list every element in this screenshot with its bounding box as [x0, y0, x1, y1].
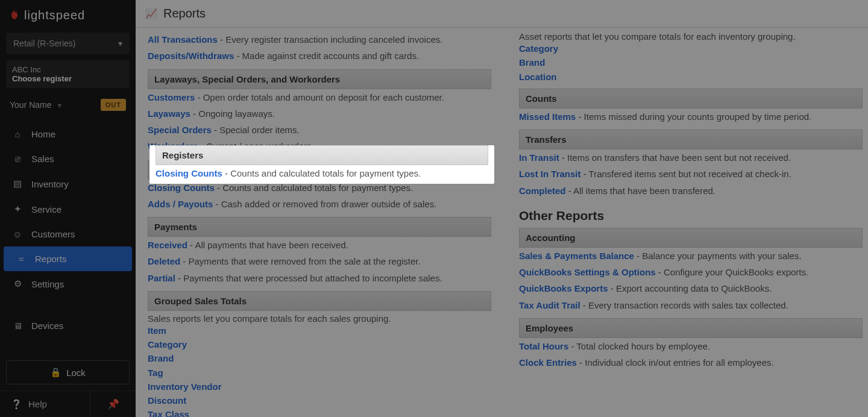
section-accounting: Accounting [519, 228, 863, 248]
page-header: 📈 Reports [136, 0, 868, 28]
entry-desc: - Payments that were removed from the sa… [180, 256, 421, 266]
report-entry: Closing Counts - Counts and calculated t… [156, 165, 488, 181]
product-selector[interactable]: Retail (R-Series) ▾ [6, 33, 130, 54]
nav-service[interactable]: ✦Service [0, 196, 136, 222]
link-location[interactable]: Location [519, 70, 863, 84]
entry-desc: - Counts and calculated totals for payme… [222, 168, 421, 178]
user-row[interactable]: Your Name ▼ OUT [0, 92, 136, 118]
link-special-orders[interactable]: Special Orders [148, 125, 212, 135]
grouped-intro: Sales reports let you compare totals for… [148, 311, 491, 324]
link-missed-items[interactable]: Missed Items [519, 111, 576, 122]
link-quickbooks-settings-options[interactable]: QuickBooks Settings & Options [519, 267, 656, 277]
nav-devices[interactable]: 🖥Devices [0, 313, 136, 338]
report-entry: Clock Entries - Individual clock in/out … [519, 354, 863, 371]
section-counts: Counts [519, 89, 863, 108]
link-inventory-vendor[interactable]: Inventory Vendor [148, 380, 491, 393]
highlight-registers: Registers Closing Counts - Counts and ca… [149, 145, 494, 184]
report-entry: Adds / Payouts - Cash added or removed f… [148, 196, 491, 212]
nav-home[interactable]: ⌂Home [0, 122, 136, 146]
assets-links: CategoryBrandLocation [519, 42, 863, 84]
link-partial[interactable]: Partial [148, 273, 175, 283]
entry-desc: - Items on transfers that have been sent… [559, 152, 791, 163]
link-tax-audit-trail[interactable]: Tax Audit Trail [519, 300, 580, 310]
report-entry: Layaways - Ongoing layaways. [148, 105, 491, 122]
link-closing-counts[interactable]: Closing Counts [148, 183, 215, 193]
inventory-icon: ▤ [12, 178, 23, 189]
help-label: Help [28, 399, 47, 409]
link-received[interactable]: Received [148, 240, 187, 250]
report-entry: Deposits/Withdraws - Made against credit… [148, 48, 491, 64]
report-entry: Deleted - Payments that were removed fro… [148, 253, 491, 269]
entry-desc: - Individual clock in/out entries for al… [577, 357, 774, 368]
company-name: ABC Inc [12, 65, 124, 74]
entry-desc: - All items that have been transfered. [566, 186, 715, 196]
settings-icon: ⚙ [12, 278, 23, 289]
link-layaways[interactable]: Layaways [148, 108, 190, 119]
nav-customers[interactable]: ☺Customers [0, 222, 136, 246]
report-entry: Lost In Transit - Transfered items sent … [519, 166, 863, 182]
nav-label: Reports [35, 254, 67, 264]
link-deposits-withdraws[interactable]: Deposits/Withdraws [148, 51, 234, 61]
reports-icon: ≈ [16, 254, 27, 264]
clock-status-badge[interactable]: OUT [101, 99, 126, 111]
pin-button[interactable]: 📌 [90, 391, 136, 417]
link-brand[interactable]: Brand [148, 351, 491, 365]
pin-icon: 📌 [107, 398, 119, 410]
link-adds-payouts[interactable]: Adds / Payouts [148, 199, 213, 209]
help-icon: ❔ [11, 399, 22, 410]
lock-button[interactable]: 🔒 Lock [6, 360, 130, 384]
nav-settings[interactable]: ⚙Settings [0, 271, 136, 296]
company-box[interactable]: ABC Inc Choose register [6, 60, 130, 88]
nav-inventory[interactable]: ▤Inventory [0, 171, 136, 196]
link-category[interactable]: Category [519, 42, 863, 55]
link-sales-payments-balance[interactable]: Sales & Payments Balance [519, 251, 634, 261]
reports-icon: 📈 [145, 8, 157, 19]
link-deleted[interactable]: Deleted [148, 256, 180, 266]
report-entry: QuickBooks Exports - Export accounting d… [519, 280, 863, 296]
entry-desc: - Every register transaction including c… [218, 34, 443, 45]
link-completed[interactable]: Completed [519, 186, 566, 196]
report-entry: Partial - Payments that were processed b… [148, 270, 491, 286]
report-entry: Received - All payments that have been r… [148, 237, 491, 253]
link-closing-counts[interactable]: Closing Counts [156, 168, 222, 178]
entry-desc: - Total clocked hours by employee. [568, 341, 710, 351]
link-category[interactable]: Category [148, 337, 491, 351]
nav-label: Customers [31, 229, 75, 239]
link-all-transactions[interactable]: All Transactions [148, 34, 218, 45]
main: 📈 Reports All Transactions - Every regis… [136, 0, 868, 417]
link-lost-in-transit[interactable]: Lost In Transit [519, 169, 581, 179]
assets-intro: Asset reports that let you compare total… [519, 31, 863, 42]
help-row: ❔ Help 📌 [0, 390, 136, 417]
link-quickbooks-exports[interactable]: QuickBooks Exports [519, 283, 608, 293]
link-discount[interactable]: Discount [148, 393, 491, 407]
report-entry: Missed Items - Items missed during your … [519, 108, 863, 125]
link-total-hours[interactable]: Total Hours [519, 341, 568, 351]
section-transfers: Transfers [519, 130, 863, 149]
nav-reports[interactable]: ≈Reports [4, 246, 132, 271]
link-brand[interactable]: Brand [519, 55, 863, 69]
entry-desc: - Export accounting data to QuickBooks. [608, 283, 772, 293]
nav: ⌂Home⎚Sales▤Inventory✦Service☺Customers≈… [0, 122, 136, 354]
customers-icon: ☺ [12, 229, 23, 239]
link-clock-entries[interactable]: Clock Entries [519, 357, 577, 368]
entry-desc: - Items missed during your counts groupe… [576, 111, 811, 122]
link-tag[interactable]: Tag [148, 366, 491, 380]
section-grouped-sales: Grouped Sales Totals [148, 291, 491, 311]
chevron-down-icon: ▼ [56, 102, 63, 109]
help-button[interactable]: ❔ Help [0, 391, 90, 417]
link-in-transit[interactable]: In Transit [519, 152, 559, 163]
entry-desc: - Counts and calculated totals for payme… [215, 183, 413, 193]
flame-icon [8, 7, 20, 23]
section-registers: Registers [156, 145, 488, 165]
nav-sales[interactable]: ⎚Sales [0, 146, 136, 171]
nav-label: Inventory [31, 179, 69, 189]
link-customers[interactable]: Customers [148, 92, 195, 102]
entry-desc: - Every transaction records with sales t… [580, 300, 788, 310]
section-layaways-special-orders-and-workorders: Layaways, Special Orders, and Workorders [148, 69, 491, 89]
nav-label: Devices [31, 321, 63, 331]
link-item[interactable]: Item [148, 324, 491, 337]
link-tax-class[interactable]: Tax Class [148, 407, 491, 417]
entry-desc: - Payments that were processed but attac… [175, 273, 442, 283]
section-payments: Payments [148, 217, 491, 237]
nav-label: Sales [31, 154, 54, 164]
